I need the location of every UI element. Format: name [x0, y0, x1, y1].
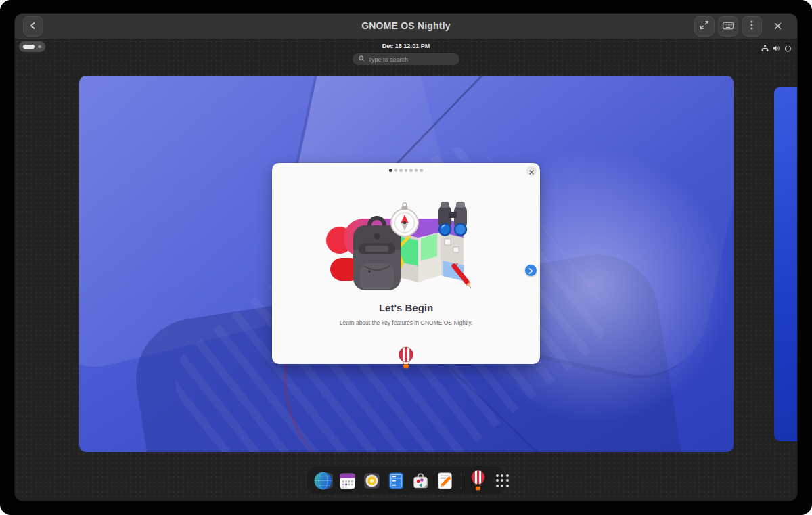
text-editor-app-icon[interactable] [434, 470, 455, 491]
fullscreen-icon [700, 20, 709, 32]
close-icon [529, 165, 534, 177]
carousel-dot-6[interactable] [415, 169, 418, 172]
show-apps-button[interactable] [492, 470, 512, 491]
carousel-dots[interactable] [272, 169, 540, 172]
dock [306, 466, 506, 495]
search-input[interactable]: Type to search [353, 53, 459, 65]
carousel-dot-2[interactable] [394, 169, 398, 172]
boxes-viewer: GNOME OS Nightly [15, 14, 797, 501]
tour-app-icon[interactable] [468, 470, 488, 491]
menu-button[interactable] [742, 16, 762, 37]
dock-separator [461, 472, 461, 489]
close-icon [774, 20, 782, 32]
window-title: GNOME OS Nightly [15, 20, 797, 31]
search-icon [359, 55, 365, 63]
chevron-right-icon [528, 265, 533, 277]
fullscreen-button[interactable] [694, 16, 715, 37]
tour-balloon-icon[interactable] [397, 346, 415, 370]
calendar-app-icon[interactable] [337, 470, 357, 491]
web-app-icon[interactable] [313, 470, 333, 491]
keyboard-button[interactable] [718, 16, 738, 37]
carousel-dot-3[interactable] [399, 169, 403, 172]
system-status-area[interactable] [761, 43, 792, 55]
software-app-icon[interactable] [410, 470, 430, 491]
carousel-dot-5[interactable] [409, 169, 413, 172]
workspace-thumbnail[interactable]: Let's Begin Learn about the key features… [79, 76, 734, 452]
music-app-icon[interactable] [361, 470, 382, 491]
guest-display: Dec 18 12:01 PM Type to search [15, 39, 797, 501]
dialog-title: Let's Begin [272, 302, 540, 313]
files-app-icon[interactable] [386, 470, 406, 491]
viewer-window: GNOME OS Nightly [0, 0, 812, 515]
dialog-subtitle: Learn about the key features in GNOME OS… [272, 319, 540, 326]
carousel-dot-1[interactable] [389, 169, 392, 172]
next-page-button[interactable] [525, 265, 537, 276]
carousel-dot-7[interactable] [420, 169, 423, 172]
app-grid-icon [496, 474, 509, 487]
power-icon [784, 43, 792, 55]
kebab-menu-icon [750, 20, 753, 32]
tour-illustration [325, 198, 487, 293]
tour-window-thumbnail[interactable]: Let's Begin Learn about the key features… [272, 163, 540, 364]
search-placeholder: Type to search [368, 56, 408, 63]
dialog-close-button[interactable] [526, 166, 537, 176]
workspace-thumbnail-next[interactable] [774, 87, 797, 441]
clock[interactable]: Dec 18 12:01 PM [15, 43, 797, 49]
keyboard-icon [723, 20, 734, 32]
window-close-button[interactable] [767, 16, 788, 37]
volume-icon [773, 43, 780, 55]
carousel-dot-4[interactable] [405, 169, 408, 172]
network-wired-icon [761, 43, 769, 55]
titlebar: GNOME OS Nightly [15, 14, 797, 39]
